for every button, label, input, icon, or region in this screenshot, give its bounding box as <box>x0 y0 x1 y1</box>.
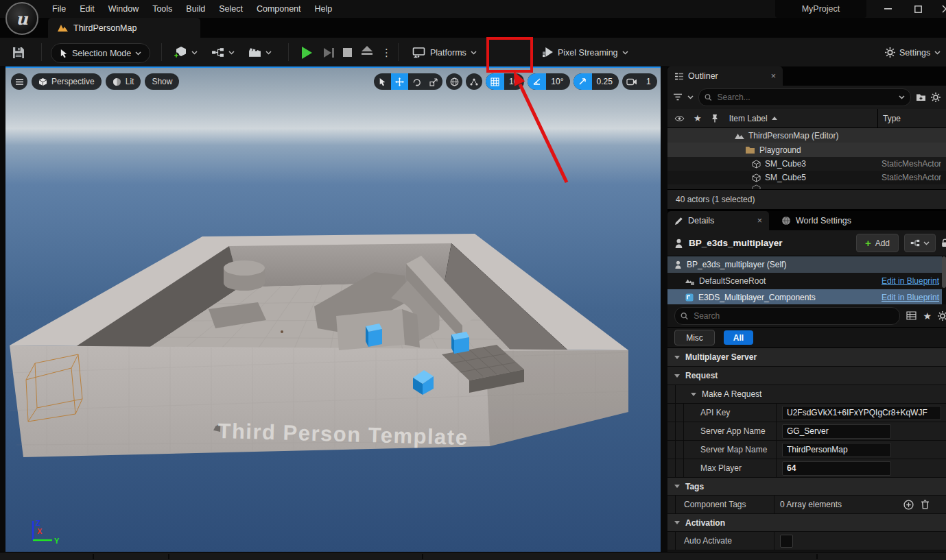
blueprints-dropdown[interactable] <box>211 43 235 62</box>
menu-file[interactable]: File <box>45 0 73 18</box>
cinematics-dropdown[interactable] <box>248 43 272 62</box>
viewport-options-menu[interactable] <box>11 73 27 90</box>
selection-mode-dropdown[interactable]: Selection Mode <box>51 43 150 63</box>
outliner-row-folder[interactable]: Playground <box>667 143 946 157</box>
menu-select[interactable]: Select <box>212 0 250 18</box>
perspective-dropdown[interactable]: Perspective <box>32 73 102 90</box>
blueprint-edit-dropdown[interactable] <box>904 234 936 252</box>
menu-tools[interactable]: Tools <box>145 0 179 18</box>
surface-snap-icon <box>469 77 479 86</box>
outliner-toolbar <box>667 86 946 109</box>
3d-viewport[interactable]: Third Person Template Z X Y Perspective … <box>5 66 661 552</box>
add-actor-dropdown[interactable] <box>173 43 198 62</box>
settings-dropdown[interactable]: Settings <box>885 43 941 62</box>
property-matrix-icon[interactable] <box>906 311 917 320</box>
item-label-column[interactable]: Item Label <box>729 114 768 123</box>
play-button[interactable] <box>302 43 312 62</box>
play-options-kebab[interactable]: ⋮ <box>381 43 392 62</box>
edit-in-blueprint-link[interactable]: Edit in Blueprint <box>882 276 939 286</box>
max-player-input[interactable] <box>782 461 891 476</box>
section-multiplayer-server[interactable]: Multiplayer Server <box>667 348 946 367</box>
section-make-a-request[interactable]: Make A Request <box>667 385 946 404</box>
type-column[interactable]: Type <box>883 114 901 123</box>
chevron-down-icon <box>899 95 905 99</box>
outliner-search-input[interactable] <box>716 92 895 103</box>
clear-array-trash-icon[interactable] <box>921 500 930 509</box>
new-folder-icon[interactable] <box>916 93 926 101</box>
minimize-icon <box>884 8 892 10</box>
grid-snap-control[interactable]: 10 <box>486 73 524 90</box>
component-row-scene-root[interactable]: DefaultSceneRoot Edit in Blueprint <box>667 273 946 289</box>
collapse-arrow-icon <box>674 485 680 488</box>
search-icon <box>705 93 712 101</box>
menu-build[interactable]: Build <box>179 0 212 18</box>
outliner-row-mesh[interactable]: SM_Cube3 StaticMeshActor <box>667 157 946 171</box>
outliner-row-level[interactable]: ThirdPersonMap (Editor) <box>667 128 946 143</box>
api-key-input[interactable] <box>782 406 941 420</box>
grid-snap-icon <box>486 73 504 90</box>
rotate-tool[interactable] <box>408 73 425 90</box>
filter-icon[interactable] <box>673 93 683 101</box>
chevron-down-icon[interactable] <box>687 95 694 99</box>
server-app-name-input[interactable] <box>782 424 891 439</box>
lit-dropdown[interactable]: Lit <box>106 73 141 90</box>
camera-speed-control[interactable]: 1 <box>622 73 657 90</box>
minimize-button[interactable] <box>876 0 899 18</box>
component-row-self[interactable]: BP_e3ds_multiplayer (Self) <box>667 256 946 273</box>
tab-outliner[interactable]: Outliner × <box>667 66 783 86</box>
component-row-e3ds[interactable]: E3DS_Multiplayer_Components Edit in Blue… <box>667 289 946 304</box>
save-button[interactable] <box>12 43 25 62</box>
tab-details[interactable]: Details × <box>667 211 769 230</box>
menu-help[interactable]: Help <box>308 0 340 18</box>
show-dropdown[interactable]: Show <box>145 73 179 90</box>
details-search[interactable] <box>674 307 900 325</box>
favorites-star-icon[interactable]: ★ <box>923 311 932 321</box>
section-tags[interactable]: Tags <box>667 478 946 496</box>
details-search-input[interactable] <box>692 311 894 321</box>
collapse-arrow-icon <box>691 393 696 396</box>
component-tree-scrollbar[interactable] <box>942 256 946 304</box>
menu-edit[interactable]: Edit <box>73 0 102 18</box>
visibility-column-eye-icon[interactable] <box>674 115 685 122</box>
edit-in-blueprint-link[interactable]: Edit in Blueprint <box>882 293 939 302</box>
menu-window[interactable]: Window <box>102 0 145 18</box>
details-settings-gear-icon[interactable] <box>938 311 946 321</box>
outliner-search[interactable] <box>698 88 911 106</box>
close-tab-icon[interactable]: × <box>771 71 776 81</box>
rotation-snap-control[interactable]: 10° <box>528 73 569 90</box>
section-request[interactable]: Request <box>667 367 946 385</box>
chip-all[interactable]: All <box>724 330 753 345</box>
chevron-down-icon <box>228 51 235 55</box>
server-map-name-input[interactable] <box>782 443 891 457</box>
star-column-icon[interactable]: ★ <box>694 113 702 123</box>
add-component-button[interactable]: + Add <box>856 234 899 252</box>
pixel-streaming-dropdown[interactable]: Pixel Streaming <box>542 43 628 62</box>
outliner-settings-gear-icon[interactable] <box>931 93 941 102</box>
maximize-button[interactable] <box>906 0 930 18</box>
tab-world-settings[interactable]: World Settings <box>774 211 858 230</box>
outliner-row-partial[interactable] <box>667 184 946 189</box>
lock-icon[interactable] <box>941 239 946 247</box>
chip-misc[interactable]: Misc <box>674 330 715 345</box>
move-tool[interactable] <box>391 73 408 90</box>
unreal-logo[interactable]: u <box>5 2 38 35</box>
select-tool[interactable] <box>374 73 391 90</box>
surface-snapping-toggle[interactable] <box>466 73 482 90</box>
menu-component[interactable]: Component <box>250 0 308 18</box>
scale-tool[interactable] <box>425 73 442 90</box>
platforms-dropdown[interactable]: Platforms <box>412 43 477 62</box>
pin-column-icon[interactable] <box>711 114 718 123</box>
outliner-row-mesh[interactable]: SM_Cube5 StaticMeshActor <box>667 171 946 184</box>
scale-snap-control[interactable]: 0.25 <box>573 73 619 90</box>
frame-skip-button[interactable] <box>324 43 334 62</box>
close-button[interactable] <box>934 0 946 18</box>
stop-button[interactable] <box>343 43 352 62</box>
close-tab-icon[interactable]: × <box>757 216 762 226</box>
add-array-element-icon[interactable] <box>903 500 914 510</box>
eject-button[interactable] <box>362 46 373 64</box>
world-coordinate-toggle[interactable] <box>446 73 462 90</box>
section-activation[interactable]: Activation <box>667 514 946 532</box>
tab-thirdpersonmap[interactable]: ThirdPersonMap <box>48 18 200 38</box>
auto-activate-checkbox[interactable] <box>780 535 793 548</box>
outliner-column-header: ★ Item Label Type <box>667 109 946 128</box>
